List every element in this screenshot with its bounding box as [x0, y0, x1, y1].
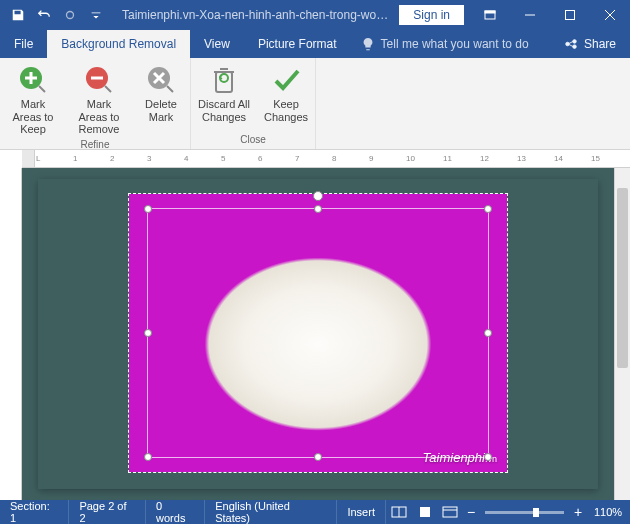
ruler-mark: 1: [73, 154, 77, 163]
document-area: Taimienphi.vn: [0, 168, 630, 500]
title-bar: Taimienphi.vn-Xoa-nen-hinh-anh-chen-tron…: [0, 0, 630, 30]
handle-bot-left[interactable]: [144, 453, 152, 461]
ruler-mark: 9: [369, 154, 373, 163]
web-layout-button[interactable]: [437, 500, 463, 524]
scrollbar-thumb[interactable]: [617, 188, 628, 368]
svg-rect-4: [566, 11, 575, 20]
status-section[interactable]: Section: 1: [0, 500, 69, 524]
handle-top-right[interactable]: [484, 205, 492, 213]
page: Taimienphi.vn: [38, 179, 598, 489]
status-language[interactable]: English (United States): [205, 500, 337, 524]
status-insert-mode[interactable]: Insert: [337, 500, 386, 524]
mark-areas-remove-button[interactable]: Mark Areas to Remove: [66, 60, 132, 138]
tab-background-removal[interactable]: Background Removal: [47, 30, 190, 58]
zoom-in-button[interactable]: +: [570, 504, 586, 520]
keep-changes-button[interactable]: Keep Changes: [257, 60, 315, 133]
ruler-mark: L: [36, 154, 40, 163]
handle-mid-left[interactable]: [144, 329, 152, 337]
minimize-button[interactable]: [510, 0, 550, 30]
handle-mid-right[interactable]: [484, 329, 492, 337]
undo-button[interactable]: [32, 3, 56, 27]
handle-top-mid[interactable]: [314, 205, 322, 213]
ruler-mark: 12: [480, 154, 489, 163]
tab-view[interactable]: View: [190, 30, 244, 58]
svg-rect-2: [485, 11, 495, 13]
window-controls: [470, 0, 630, 30]
handle-top-left[interactable]: [144, 205, 152, 213]
share-icon: [564, 37, 578, 51]
ribbon-display-button[interactable]: [470, 0, 510, 30]
quick-access-toolbar: [0, 3, 114, 27]
ruler-mark: 4: [184, 154, 188, 163]
ruler-mark: 14: [554, 154, 563, 163]
ribbon-group-refine: Mark Areas to Keep Mark Areas to Remove …: [0, 58, 191, 149]
status-bar: Section: 1 Page 2 of 2 0 words English (…: [0, 500, 630, 524]
group-title-close: Close: [240, 133, 266, 147]
zoom-slider[interactable]: [485, 511, 564, 514]
checkmark-icon: [270, 64, 302, 96]
ruler-mark: 6: [258, 154, 262, 163]
svg-rect-14: [443, 507, 457, 517]
document-title: Taimienphi.vn-Xoa-nen-hinh-anh-chen-tron…: [114, 8, 399, 22]
image-selection[interactable]: Taimienphi.vn: [128, 193, 508, 473]
ruler-mark: 8: [332, 154, 336, 163]
discard-changes-button[interactable]: Discard All Changes: [191, 60, 257, 133]
handle-bot-right[interactable]: [484, 453, 492, 461]
page-canvas[interactable]: Taimienphi.vn: [22, 168, 614, 500]
save-button[interactable]: [6, 3, 30, 27]
rotate-handle[interactable]: [313, 191, 323, 201]
minus-circle-icon: [83, 64, 115, 96]
discard-icon: [208, 64, 240, 96]
ruler-mark: 7: [295, 154, 299, 163]
signin-button[interactable]: Sign in: [399, 5, 464, 25]
close-button[interactable]: [590, 0, 630, 30]
svg-point-0: [67, 12, 74, 19]
delete-mark-button[interactable]: Delete Mark: [132, 60, 190, 138]
redo-button[interactable]: [58, 3, 82, 27]
ruler-mark: 2: [110, 154, 114, 163]
delete-mark-icon: [145, 64, 177, 96]
vertical-ruler[interactable]: [0, 168, 22, 500]
ruler-mark: 10: [406, 154, 415, 163]
qat-customize-button[interactable]: [84, 3, 108, 27]
ruler-mark: 15: [591, 154, 600, 163]
print-layout-button[interactable]: [412, 500, 438, 524]
zoom-out-button[interactable]: −: [463, 504, 479, 520]
tab-picture-format[interactable]: Picture Format: [244, 30, 351, 58]
read-mode-button[interactable]: [386, 500, 412, 524]
horizontal-ruler[interactable]: L123456789101112131415: [22, 150, 630, 168]
ribbon-group-close: Discard All Changes Keep Changes Close: [191, 58, 316, 149]
ribbon: Mark Areas to Keep Mark Areas to Remove …: [0, 58, 630, 150]
zoom-slider-thumb[interactable]: [533, 508, 539, 517]
crop-marquee[interactable]: [147, 208, 489, 458]
svg-rect-13: [420, 507, 430, 517]
status-words[interactable]: 0 words: [146, 500, 205, 524]
share-button[interactable]: Share: [550, 30, 630, 58]
maximize-button[interactable]: [550, 0, 590, 30]
tab-file[interactable]: File: [0, 30, 47, 58]
ruler-mark: 5: [221, 154, 225, 163]
ruler-mark: 11: [443, 154, 452, 163]
mark-areas-keep-button[interactable]: Mark Areas to Keep: [0, 60, 66, 138]
ruler-mark: 3: [147, 154, 151, 163]
plus-circle-icon: [17, 64, 49, 96]
handle-bot-mid[interactable]: [314, 453, 322, 461]
tell-me-search[interactable]: Tell me what you want to do: [351, 30, 550, 58]
lightbulb-icon: [361, 37, 375, 51]
ruler-mark: 13: [517, 154, 526, 163]
vertical-scrollbar[interactable]: [614, 168, 630, 500]
ribbon-tabs: File Background Removal View Picture For…: [0, 30, 630, 58]
zoom-level[interactable]: 110%: [586, 506, 630, 518]
status-page[interactable]: Page 2 of 2: [69, 500, 146, 524]
